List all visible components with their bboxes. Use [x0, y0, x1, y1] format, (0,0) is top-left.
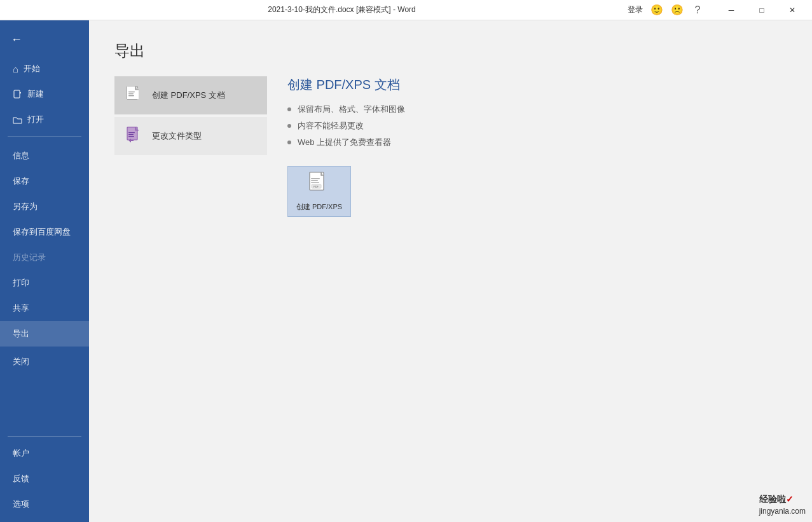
app-body: ← ⌂ 开始 新建 [0, 20, 812, 522]
titlebar: 2021-3-10-我的文件.docx [兼容模式] - Word 登录 🙂 🙁… [0, 0, 812, 20]
bullet-text-2: 内容不能轻易更改 [298, 120, 364, 132]
changetype-option-icon [124, 124, 144, 148]
sidebar-item-feedback[interactable]: 反馈 [0, 466, 89, 491]
smiley-icon[interactable]: 🙂 [650, 4, 663, 16]
sidebar-item-save[interactable]: 保存 [0, 168, 89, 194]
create-pdf-button-wrapper: PDF 创建 PDF/XPS [287, 166, 766, 217]
sidebar-item-new[interactable]: 新建 [0, 81, 89, 107]
svg-rect-4 [128, 92, 135, 92]
changetype-option-label: 更改文件类型 [152, 130, 202, 142]
pdf-option-label: 创建 PDF/XPS 文档 [152, 90, 225, 101]
bullet-text-1: 保留布局、格式、字体和图像 [298, 104, 405, 115]
login-button[interactable]: 登录 [628, 4, 643, 15]
sidebar-item-share[interactable]: 共享 [0, 296, 89, 321]
sidebar-item-start[interactable]: ⌂ 开始 [0, 56, 89, 81]
sidebar-item-options-label: 选项 [13, 498, 29, 510]
main-content: 导出 创建 PDF/XPS [89, 20, 812, 522]
sidebar-item-saveas-label: 另存为 [13, 201, 38, 212]
bullet-dot-2 [287, 124, 291, 128]
export-detail: 创建 PDF/XPS 文档 保留布局、格式、字体和图像 内容不能轻易更改 Web… [267, 76, 787, 217]
page-title: 导出 [114, 41, 787, 61]
svg-rect-14 [311, 182, 319, 183]
create-pdf-btn-icon: PDF [309, 172, 329, 198]
bullet-item-1: 保留布局、格式、字体和图像 [287, 104, 766, 115]
export-option-changetype[interactable]: 更改文件类型 [114, 117, 267, 155]
bullet-item-3: Web 上提供了免费查看器 [287, 137, 766, 148]
sidebar-item-open-label: 打开 [27, 114, 44, 125]
sidebar: ← ⌂ 开始 新建 [0, 20, 89, 522]
watermark-check: ✓ [786, 494, 794, 504]
bullet-item-2: 内容不能轻易更改 [287, 120, 766, 132]
sidebar-item-options[interactable]: 选项 [0, 491, 89, 517]
sidebar-item-open[interactable]: 打开 [0, 107, 89, 132]
create-pdf-btn-label: 创建 PDF/XPS [296, 202, 342, 211]
minimize-button[interactable]: ─ [717, 0, 746, 20]
sidebar-item-saveas[interactable]: 另存为 [0, 194, 89, 219]
sidebar-item-account-label: 帐户 [13, 448, 29, 459]
svg-rect-9 [128, 134, 134, 135]
titlebar-right: 登录 🙂 🙁 ? ─ □ ✕ [628, 0, 807, 20]
sidebar-item-history: 历史记录 [0, 245, 89, 270]
sidebar-item-export[interactable]: 导出 [0, 321, 89, 347]
create-pdf-button[interactable]: PDF 创建 PDF/XPS [287, 166, 351, 217]
svg-rect-8 [128, 132, 135, 133]
sidebar-item-info-label: 信息 [13, 150, 29, 161]
sidebar-divider-top [8, 136, 81, 137]
sidebar-item-export-label: 导出 [13, 328, 29, 340]
sidebar-bottom-nav: 帐户 反馈 选项 [0, 441, 89, 522]
export-options: 创建 PDF/XPS 文档 [114, 76, 787, 217]
watermark-domain: jingyanla.com [759, 507, 806, 516]
home-icon: ⌂ [13, 64, 18, 74]
svg-rect-12 [311, 178, 320, 179]
close-button[interactable]: ✕ [778, 0, 807, 20]
sidebar-item-feedback-label: 反馈 [13, 473, 29, 484]
bullet-dot-1 [287, 107, 291, 111]
sidebar-item-new-label: 新建 [27, 88, 44, 100]
export-list: 创建 PDF/XPS 文档 [114, 76, 267, 217]
sidebar-top-nav: ⌂ 开始 新建 打开 [0, 56, 89, 132]
window-controls: ─ □ ✕ [717, 0, 807, 20]
svg-rect-5 [128, 93, 134, 94]
sidebar-item-print[interactable]: 打印 [0, 270, 89, 296]
open-icon [13, 115, 22, 125]
titlebar-title: 2021-3-10-我的文件.docx [兼容模式] - Word [56, 4, 628, 15]
sad-icon[interactable]: 🙁 [671, 4, 684, 16]
back-icon: ← [11, 33, 22, 46]
watermark-text: 经验啦 [759, 494, 786, 504]
bullet-dot-3 [287, 141, 291, 144]
export-detail-bullets: 保留布局、格式、字体和图像 内容不能轻易更改 Web 上提供了免费查看器 [287, 104, 766, 148]
help-icon[interactable]: ? [691, 4, 704, 16]
export-detail-title: 创建 PDF/XPS 文档 [287, 76, 766, 93]
sidebar-item-print-label: 打印 [13, 277, 29, 289]
bullet-text-3: Web 上提供了免费查看器 [298, 137, 391, 148]
sidebar-item-savebaidu-label: 保存到百度网盘 [13, 226, 71, 238]
svg-rect-13 [311, 180, 318, 181]
sidebar-item-share-label: 共享 [13, 303, 29, 314]
sidebar-divider-bottom [8, 436, 81, 437]
maximize-button[interactable]: □ [747, 0, 776, 20]
svg-rect-10 [128, 136, 134, 137]
sidebar-item-account[interactable]: 帐户 [0, 441, 89, 466]
sidebar-item-info[interactable]: 信息 [0, 143, 89, 168]
svg-rect-6 [128, 95, 134, 96]
sidebar-item-start-label: 开始 [24, 63, 40, 74]
sidebar-item-savebaidu[interactable]: 保存到百度网盘 [0, 219, 89, 245]
sidebar-item-close-label: 关闭 [13, 356, 29, 367]
svg-rect-0 [14, 90, 20, 98]
new-icon [13, 90, 22, 99]
sidebar-item-save-label: 保存 [13, 175, 29, 187]
watermark: 经验啦✓ jingyanla.com [759, 494, 806, 516]
svg-text:PDF: PDF [313, 185, 319, 188]
sidebar-mid-nav: 信息 保存 另存为 保存到百度网盘 历史记录 打印 共享 导出 [0, 143, 89, 347]
sidebar-spacer [0, 374, 89, 432]
export-option-pdf[interactable]: 创建 PDF/XPS 文档 [114, 76, 267, 114]
sidebar-item-history-label: 历史记录 [13, 252, 46, 263]
back-button[interactable]: ← [5, 28, 28, 51]
sidebar-item-close[interactable]: 关闭 [0, 349, 89, 374]
pdf-option-icon [124, 83, 144, 107]
